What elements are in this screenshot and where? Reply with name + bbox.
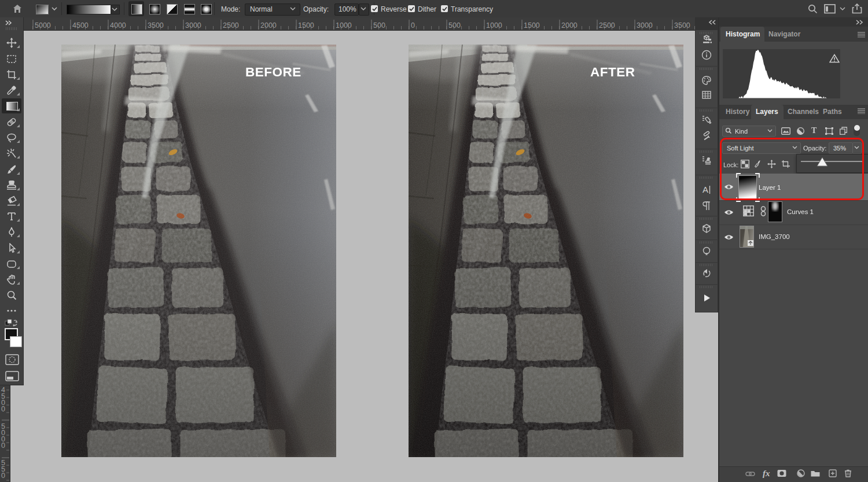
svg-text:A: A — [703, 185, 708, 194]
